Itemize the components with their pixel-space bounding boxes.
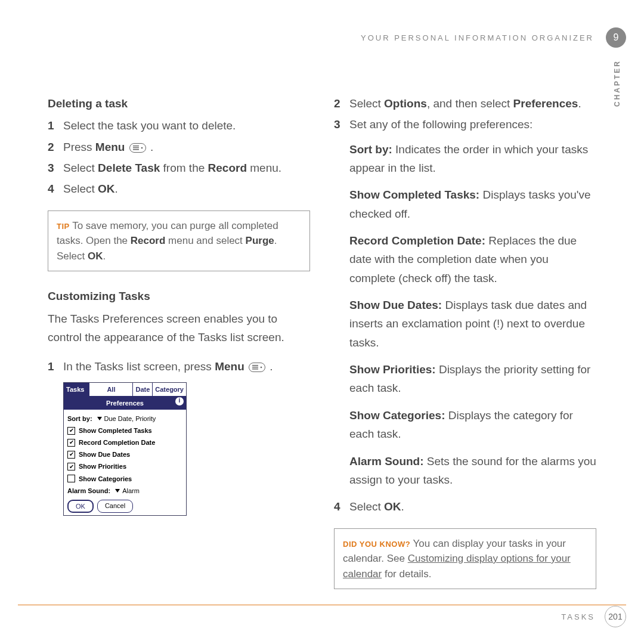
pref-show-completed: Show Completed Tasks: Displays tasks you… (349, 185, 596, 223)
alarm-sound-row[interactable]: Alarm Sound: Alarm (67, 485, 182, 496)
dropdown-icon (115, 489, 120, 493)
checkbox-label: Record Completion Date (79, 437, 155, 448)
page-number: 201 (605, 606, 626, 627)
pref-checkbox-row[interactable]: ✔Record Completion Date (67, 437, 182, 448)
checkbox-icon[interactable]: ✔ (67, 463, 75, 470)
info-icon[interactable]: i (175, 397, 184, 405)
pref-checkbox-row[interactable]: ✔Show Completed Tasks (67, 425, 182, 436)
customize-step-4: 4 Select OK. (334, 497, 596, 516)
step-1: 1 Select the task you want to delete. (48, 116, 310, 135)
footer-section-name: TASKS (561, 612, 595, 621)
ok-button[interactable]: OK (67, 500, 94, 513)
checkbox-label: Show Priorities (79, 461, 126, 472)
pref-show-categories: Show Categories: Displays the category f… (349, 406, 596, 444)
checkbox-label: Show Categories (79, 473, 132, 484)
customizing-intro: The Tasks Preferences screen enables you… (48, 309, 310, 347)
pref-show-due-dates: Show Due Dates: Displays task due dates … (349, 296, 596, 352)
sort-by-row[interactable]: Sort by: Due Date, Priority (67, 413, 182, 424)
heading-customizing-tasks: Customizing Tasks (48, 287, 310, 305)
customize-step-1: 1 In the Tasks list screen, press Menu . (48, 357, 310, 376)
tab-date[interactable]: Date (133, 383, 153, 397)
prefs-titlebar: Preferences i (64, 397, 186, 410)
chapter-number-circle: 9 (606, 27, 626, 48)
step-4: 4 Select OK. (48, 179, 310, 198)
did-you-know-callout: DID YOU KNOW? You can display your tasks… (334, 528, 596, 590)
pref-show-priorities: Show Priorities: Displays the priority s… (349, 360, 596, 398)
customize-step-3: 3 Set any of the following preferences: (334, 115, 596, 134)
customize-step-2: 2 Select Options, and then select Prefer… (334, 94, 596, 113)
preferences-screenshot: Tasks All Date Category Preferences i So… (63, 382, 187, 516)
checkbox-label: Show Completed Tasks (79, 425, 152, 436)
cancel-button[interactable]: Cancel (97, 500, 133, 513)
tip-label: TIP (57, 222, 70, 231)
step-2: 2 Press Menu . (48, 138, 310, 156)
heading-deleting-task: Deleting a task (48, 94, 310, 113)
step-3: 3 Select Delete Task from the Record men… (48, 159, 310, 177)
checkbox-label: Show Due Dates (79, 449, 130, 460)
menu-icon (129, 143, 146, 153)
footer-rule (18, 605, 626, 605)
tip-callout: TIP To save memory, you can purge all co… (48, 210, 310, 272)
tab-tasks[interactable]: Tasks (64, 383, 89, 397)
pref-checkbox-row[interactable]: Show Categories (67, 473, 182, 484)
checkbox-icon[interactable] (67, 475, 75, 482)
right-column: 2 Select Options, and then select Prefer… (334, 94, 596, 601)
menu-icon (249, 363, 265, 372)
dyk-label: DID YOU KNOW? (343, 540, 410, 549)
chapter-label: CHAPTER (613, 60, 621, 107)
pref-sort-by: Sort by: Indicates the order in which yo… (349, 140, 596, 178)
running-head: YOUR PERSONAL INFORMATION ORGANIZER (361, 33, 594, 42)
dropdown-icon (97, 417, 102, 420)
pref-checkbox-row[interactable]: ✔Show Priorities (67, 461, 182, 472)
left-column: Deleting a task 1 Select the task you wa… (48, 94, 310, 601)
pref-alarm-sound: Alarm Sound: Sets the sound for the alar… (349, 452, 596, 490)
tab-all[interactable]: All (89, 383, 133, 397)
tab-category[interactable]: Category (153, 383, 186, 397)
checkbox-icon[interactable]: ✔ (67, 439, 75, 447)
checkbox-icon[interactable]: ✔ (67, 427, 75, 435)
pref-checkbox-row[interactable]: ✔Show Due Dates (67, 449, 182, 460)
checkbox-icon[interactable]: ✔ (67, 451, 75, 459)
pref-record-completion: Record Completion Date: Replaces the due… (349, 231, 596, 287)
page-header: YOUR PERSONAL INFORMATION ORGANIZER 9 (322, 27, 626, 48)
page-footer: TASKS 201 (561, 606, 626, 627)
